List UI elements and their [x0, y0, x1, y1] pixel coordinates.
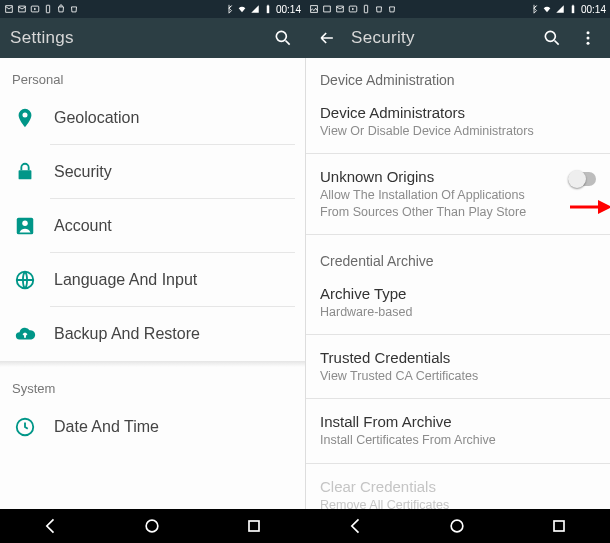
setting-subtitle: View Trusted CA Certificates: [320, 368, 596, 384]
svg-rect-16: [572, 5, 574, 6]
setting-archive-type[interactable]: Archive Type Hardware-based: [306, 275, 610, 330]
svg-point-10: [147, 520, 159, 532]
setting-unknown-origins[interactable]: Unknown Origins Allow The Installation O…: [306, 158, 610, 230]
search-icon[interactable]: [271, 26, 295, 50]
back-icon[interactable]: [315, 26, 339, 50]
group-device-admin: Device Administration: [306, 58, 610, 94]
setting-subtitle: Allow The Installation Of Applications F…: [320, 187, 596, 220]
nav-back-icon[interactable]: [41, 516, 61, 536]
svg-point-4: [276, 31, 286, 41]
app-bar: Security: [305, 18, 610, 58]
svg-rect-1: [46, 5, 49, 13]
settings-item-backup[interactable]: Backup And Restore: [0, 307, 305, 361]
signal-icon: [250, 4, 260, 14]
overflow-menu-icon[interactable]: [576, 26, 600, 50]
play-icon: [348, 4, 358, 14]
setting-subtitle: Install Certificates From Archive: [320, 432, 596, 448]
play-icon: [30, 4, 40, 14]
setting-title: Install From Archive: [320, 413, 596, 430]
status-time: 00:14: [276, 4, 301, 15]
setting-title: Trusted Credentials: [320, 349, 596, 366]
svg-point-22: [452, 520, 464, 532]
item-label: Geolocation: [54, 109, 291, 127]
backup-icon: [14, 323, 36, 345]
svg-point-20: [587, 42, 590, 45]
signal-icon: [555, 4, 565, 14]
svg-point-19: [587, 37, 590, 40]
svg-rect-14: [364, 5, 367, 13]
svg-point-7: [22, 221, 28, 227]
status-bar: 00:14: [0, 0, 305, 18]
store2-icon: [69, 4, 79, 14]
settings-item-geolocation[interactable]: Geolocation: [0, 91, 305, 145]
setting-clear-credentials: Clear Credentials Remove All Certificate…: [306, 468, 610, 510]
setting-device-administrators[interactable]: Device Administrators View Or Disable De…: [306, 94, 610, 149]
settings-list: Personal Geolocation Security: [0, 58, 305, 509]
nav-home-icon[interactable]: [447, 516, 467, 536]
bluetooth-icon: [529, 4, 539, 14]
svg-point-18: [587, 31, 590, 34]
setting-subtitle: Hardware-based: [320, 304, 596, 320]
store-icon: [56, 4, 66, 14]
svg-rect-23: [554, 521, 564, 531]
nav-bar: [305, 509, 610, 543]
setting-subtitle: View Or Disable Device Administrators: [320, 123, 596, 139]
settings-screen: 00:14 Settings Personal Geolocation: [0, 0, 305, 543]
settings-item-security[interactable]: Security: [0, 145, 305, 199]
item-label: Backup And Restore: [54, 325, 291, 343]
globe-icon: [14, 269, 36, 291]
nav-recent-icon[interactable]: [244, 516, 264, 536]
battery-icon: [263, 4, 273, 14]
store-icon: [374, 4, 384, 14]
bluetooth-icon: [224, 4, 234, 14]
svg-rect-11: [249, 521, 259, 531]
setting-title: Archive Type: [320, 285, 596, 302]
status-system-icons: 00:14: [529, 4, 606, 15]
mail-icon: [322, 4, 332, 14]
nav-back-icon[interactable]: [346, 516, 366, 536]
device-icon: [43, 4, 53, 14]
nav-home-icon[interactable]: [142, 516, 162, 536]
person-icon: [14, 215, 36, 237]
svg-rect-15: [572, 6, 575, 14]
setting-title: Clear Credentials: [320, 478, 596, 495]
image-icon: [309, 4, 319, 14]
gmail-icon: [335, 4, 345, 14]
clock-icon: [14, 416, 36, 438]
status-time: 00:14: [581, 4, 606, 15]
battery-icon: [568, 4, 578, 14]
wifi-icon: [542, 4, 552, 14]
search-icon[interactable]: [540, 26, 564, 50]
svg-rect-3: [267, 5, 269, 6]
page-title: Security: [351, 28, 528, 48]
setting-install-from-archive[interactable]: Install From Archive Install Certificate…: [306, 403, 610, 458]
setting-subtitle: Remove All Certificates: [320, 497, 596, 510]
section-personal: Personal: [0, 58, 305, 91]
page-title: Settings: [10, 28, 259, 48]
status-bar: 00:14: [305, 0, 610, 18]
location-icon: [14, 107, 36, 129]
security-list: Device Administration Device Administrat…: [305, 58, 610, 509]
nav-bar: [0, 509, 305, 543]
settings-item-account[interactable]: Account: [0, 199, 305, 253]
mail-icon: [4, 4, 14, 14]
gmail-icon: [17, 4, 27, 14]
status-system-icons: 00:14: [224, 4, 301, 15]
setting-title: Unknown Origins: [320, 168, 596, 185]
nav-recent-icon[interactable]: [549, 516, 569, 536]
lock-icon: [14, 161, 36, 183]
item-label: Account: [54, 217, 291, 235]
app-bar: Settings: [0, 18, 305, 58]
setting-title: Device Administrators: [320, 104, 596, 121]
svg-rect-2: [267, 6, 270, 14]
status-notification-icons: [309, 4, 397, 14]
settings-item-datetime[interactable]: Date And Time: [0, 400, 305, 454]
settings-item-language[interactable]: Language And Input: [0, 253, 305, 307]
group-credential-archive: Credential Archive: [306, 239, 610, 275]
setting-trusted-credentials[interactable]: Trusted Credentials View Trusted CA Cert…: [306, 339, 610, 394]
unknown-origins-toggle[interactable]: [568, 172, 596, 186]
device-icon: [361, 4, 371, 14]
wifi-icon: [237, 4, 247, 14]
security-screen: 00:14 Security Device Administration Dev…: [305, 0, 610, 543]
item-label: Language And Input: [54, 271, 291, 289]
